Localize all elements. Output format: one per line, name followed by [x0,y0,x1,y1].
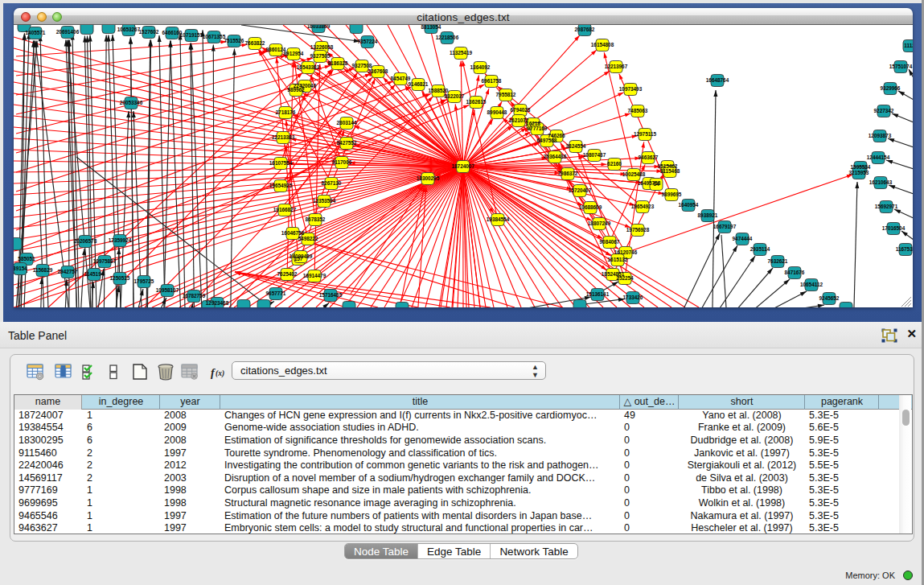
svg-text:16033809: 16033809 [307,25,331,29]
svg-text:10025488: 10025488 [622,171,646,177]
svg-text:19756928: 19756928 [626,227,650,233]
svg-text:252254: 252254 [616,275,634,281]
svg-text:12444154: 12444154 [867,154,890,160]
svg-text:12213967: 12213967 [605,64,628,69]
svg-text:64: 64 [653,181,659,187]
svg-text:8813054: 8813054 [421,25,441,30]
svg-text:989962: 989962 [287,87,305,93]
svg-text:10973493: 10973493 [619,86,643,92]
svg-text:8990448: 8990448 [487,109,507,115]
svg-text:1250515: 1250515 [110,275,130,281]
svg-text:3215953: 3215953 [849,170,869,175]
svg-text:19166827: 19166827 [273,207,297,212]
svg-text:15692971: 15692971 [875,204,898,209]
svg-text:7515526: 7515526 [224,38,244,43]
svg-text:10807487: 10807487 [583,152,606,158]
svg-text:8471676: 8471676 [785,270,805,275]
svg-text:16046756: 16046756 [281,230,305,236]
svg-text:12975115: 12975115 [634,131,657,137]
svg-text:1156829: 1156829 [33,267,53,273]
svg-text:2935114: 2935114 [750,246,770,252]
svg-text:1733426: 1733426 [623,295,643,300]
svg-text:9463627: 9463627 [639,154,659,160]
svg-text:9327508: 9327508 [352,63,372,68]
svg-text:16648764: 16648764 [706,77,729,83]
svg-text:5498222: 5498222 [298,236,318,241]
svg-text:16120746: 16120746 [614,249,638,255]
svg-text:16914479: 16914479 [303,273,326,278]
svg-text:16210643: 16210643 [869,179,893,185]
svg-text:16107554: 16107554 [269,160,293,166]
svg-text:15720407: 15720407 [569,187,592,193]
svg-text:20364436: 20364436 [544,154,567,159]
svg-text:62160: 62160 [607,161,622,167]
svg-text:1640954: 1640954 [679,202,699,208]
svg-text:10654112: 10654112 [800,282,823,287]
svg-text:20691406: 20691406 [56,29,80,35]
svg-text:7955812: 7955812 [496,92,516,97]
svg-text:1145194: 1145194 [84,271,105,277]
svg-text:7625402: 7625402 [277,271,298,277]
svg-text:9777169: 9777169 [528,126,548,131]
svg-text:10719155: 10719155 [180,32,203,38]
svg-text:9245652: 9245652 [819,295,840,301]
svg-text:1167533: 1167533 [896,246,913,252]
svg-text:18724007: 18724007 [451,163,474,169]
svg-text:1405571: 1405571 [26,30,46,35]
svg-text:9227342: 9227342 [874,108,894,113]
svg-text:1364092: 1364092 [470,64,491,70]
svg-text:8186328: 8186328 [328,60,348,66]
svg-text:20206578: 20206578 [74,238,97,244]
svg-text:9146821: 9146821 [409,81,429,87]
svg-text:10958107: 10958107 [156,287,179,293]
svg-text:9327505: 9327505 [310,53,331,59]
svg-text:8267130: 8267130 [322,180,342,186]
svg-text:7663822: 7663822 [245,40,265,46]
svg-text:1615132: 1615132 [608,257,628,262]
svg-text:7986372: 7986372 [558,171,578,176]
svg-text:585051: 585051 [18,256,35,262]
svg-text:7485063: 7485063 [628,108,648,113]
svg-text:10975887: 10975887 [93,258,117,264]
svg-text:8912954: 8912954 [284,51,304,56]
svg-text:20053346: 20053346 [120,100,143,105]
svg-text:10671355: 10671355 [203,34,226,39]
svg-text:9117006: 9117006 [332,159,352,165]
svg-text:3115468: 3115468 [660,168,680,174]
svg-text:7632621: 7632621 [768,258,788,264]
svg-text:17016504: 17016504 [882,225,906,231]
svg-text:2367608: 2367608 [368,68,388,74]
svg-text:8678352: 8678352 [306,216,326,222]
svg-text:2942757: 2942757 [58,269,78,274]
svg-text:89154: 89154 [14,266,27,271]
svg-text:19384554: 19384554 [487,216,510,222]
svg-text:9329966: 9329966 [881,85,901,91]
svg-text:12353594: 12353594 [313,198,336,204]
svg-text:6961758: 6961758 [482,78,502,84]
svg-text:16543382: 16543382 [297,64,320,70]
svg-text:2803144: 2803144 [337,120,357,126]
svg-text:13226058: 13226058 [310,44,334,50]
svg-text:1527602: 1527602 [139,29,159,35]
svg-text:1795725: 1795725 [134,278,154,284]
svg-text:1362615: 1362615 [466,99,487,105]
svg-text:9657771: 9657771 [266,290,286,296]
svg-text:15751074: 15751074 [889,64,913,69]
svg-text:6794028: 6794028 [511,107,531,113]
svg-text:17359924: 17359924 [109,237,132,243]
svg-text:12923468: 12923468 [206,300,229,306]
svg-text:12093873: 12093873 [869,133,892,138]
svg-text:14099489: 14099489 [290,253,313,259]
svg-text:9899695: 9899695 [662,192,682,197]
svg-text:18300295: 18300295 [417,175,440,181]
svg-text:2087682: 2087682 [575,27,595,32]
svg-text:8427552: 8427552 [337,140,357,146]
svg-text:9084067: 9084067 [600,239,620,245]
svg-text:19654923: 19654923 [631,204,655,209]
svg-text:8454749: 8454749 [391,76,411,81]
svg-text:16154808: 16154808 [591,42,614,47]
svg-text:8938921: 8938921 [698,212,718,218]
svg-text:1588520: 1588520 [429,88,449,93]
svg-text:12218506: 12218506 [436,35,459,40]
svg-text:6497568: 6497568 [537,138,557,143]
